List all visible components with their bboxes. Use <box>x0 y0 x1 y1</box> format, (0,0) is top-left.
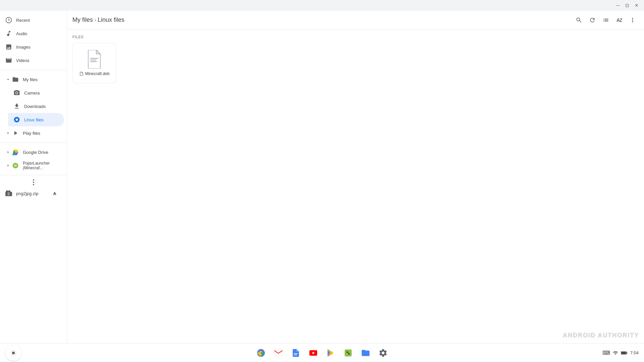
more-section <box>0 178 67 187</box>
downloads-label: Downloads <box>24 104 46 109</box>
taskbar-youtube[interactable] <box>305 345 321 361</box>
linux-icon <box>13 116 20 123</box>
close-button[interactable]: ✕ <box>632 1 641 10</box>
list-view-icon <box>602 17 609 23</box>
svg-rect-23 <box>346 353 348 355</box>
more-options-button[interactable] <box>627 14 639 26</box>
recent-icon <box>5 17 12 23</box>
chevron-right-icon-2 <box>5 149 11 155</box>
my-files-icon <box>12 76 19 83</box>
taskbar-play[interactable] <box>323 345 339 361</box>
audio-icon <box>5 30 12 37</box>
youtube-app-icon <box>309 348 318 358</box>
refresh-icon <box>589 17 596 23</box>
sidebar-item-zip[interactable]: png2jpg.zip <box>0 187 64 200</box>
files-section-label: Files <box>72 35 639 39</box>
wifi-icon <box>613 350 618 356</box>
network-icon <box>613 350 618 356</box>
title-bar: ─ ⊡ ✕ <box>0 0 644 11</box>
sidebar-item-videos[interactable]: Videos <box>0 54 64 67</box>
my-files-label: My files <box>23 77 38 82</box>
taskbar-files[interactable] <box>358 345 374 361</box>
sidebar-group-my-files[interactable]: My files <box>0 73 64 86</box>
camera-label: Camera <box>24 90 40 96</box>
videos-label: Videos <box>16 58 30 63</box>
keyboard-icon: ⌨ <box>602 350 610 356</box>
sort-button[interactable]: AZ <box>613 14 625 26</box>
svg-rect-16 <box>294 353 298 354</box>
toolbar: My files › Linux files <box>67 11 644 29</box>
camera-icon <box>13 89 20 96</box>
file-card-minecraft-deb[interactable]: Minecraft.deb <box>72 43 116 83</box>
svg-rect-6 <box>90 58 98 59</box>
chevron-down-icon <box>5 77 11 82</box>
battery-icon <box>621 350 628 356</box>
breadcrumb: My files › Linux files <box>72 16 573 23</box>
sidebar-item-recent[interactable]: Recent <box>0 13 64 27</box>
main-content: My files › Linux files <box>67 11 644 343</box>
sidebar-item-audio[interactable]: Audio <box>0 27 64 40</box>
deb-file-icon <box>86 50 102 69</box>
svg-text:M: M <box>14 164 17 167</box>
list-view-button[interactable] <box>600 14 612 26</box>
minimize-button[interactable]: ─ <box>613 1 623 10</box>
sidebar: Recent Audio Images <box>0 11 67 343</box>
zip-label: png2jpg.zip <box>16 191 51 196</box>
sidebar-item-downloads[interactable]: Downloads <box>8 100 64 113</box>
taskbar-center <box>253 345 391 361</box>
taskbar-chrome[interactable] <box>253 345 269 361</box>
sidebar-item-linux-files[interactable]: Linux files <box>8 113 64 126</box>
play-app-icon <box>326 348 335 358</box>
sidebar-group-google-drive[interactable]: Google Drive <box>0 145 64 159</box>
svg-rect-8 <box>90 61 97 62</box>
sidebar-group-pojav[interactable]: M PojavLauncher (Minecraf... <box>0 159 64 172</box>
pojav-label: PojavLauncher (Minecraf... <box>23 161 59 170</box>
docs-app-icon <box>291 348 301 358</box>
play-files-icon <box>12 130 19 136</box>
taskbar-minecraft[interactable] <box>340 345 356 361</box>
linux-files-label: Linux files <box>24 117 44 122</box>
toolbar-actions: AZ <box>573 14 639 26</box>
svg-rect-7 <box>90 60 96 60</box>
play-files-label: Play files <box>23 131 40 136</box>
sidebar-divider-1 <box>0 70 67 70</box>
sidebar-group-play-files[interactable]: Play files <box>0 126 64 140</box>
google-drive-label: Google Drive <box>23 150 48 155</box>
file-grid: Minecraft.deb <box>72 43 639 83</box>
images-label: Images <box>16 45 31 50</box>
eject-icon[interactable] <box>51 189 59 197</box>
svg-rect-26 <box>621 352 626 354</box>
svg-rect-21 <box>346 351 348 353</box>
svg-rect-17 <box>294 354 297 355</box>
taskbar-docs[interactable] <box>288 345 304 361</box>
launcher-button[interactable] <box>5 345 21 361</box>
sidebar-item-camera[interactable]: Camera <box>8 86 64 100</box>
taskbar-left <box>5 345 21 361</box>
search-icon <box>576 17 582 23</box>
recent-label: Recent <box>16 18 30 23</box>
file-area: Files <box>67 29 644 343</box>
taskbar-right: ⌨ 7:04 <box>602 350 639 356</box>
chevron-right-icon <box>5 130 11 136</box>
google-drive-icon <box>12 149 19 156</box>
breadcrumb-current: Linux files <box>98 16 124 23</box>
search-button[interactable] <box>573 14 585 26</box>
svg-point-1 <box>16 92 17 94</box>
refresh-button[interactable] <box>586 14 598 26</box>
breadcrumb-root[interactable]: My files <box>72 16 93 23</box>
launcher-icon <box>9 349 17 357</box>
gmail-app-icon <box>274 348 283 358</box>
sidebar-item-images[interactable]: Images <box>0 40 64 54</box>
videos-icon <box>5 57 12 64</box>
svg-rect-24 <box>348 353 350 355</box>
chrome-app-icon <box>256 348 266 358</box>
taskbar-gmail[interactable] <box>270 345 286 361</box>
breadcrumb-separator: › <box>94 16 96 23</box>
svg-rect-22 <box>348 351 350 353</box>
more-dots-icon[interactable] <box>33 179 34 185</box>
maximize-button[interactable]: ⊡ <box>623 1 632 10</box>
more-vertical-icon <box>629 17 636 23</box>
taskbar-settings[interactable] <box>375 345 391 361</box>
pojav-icon: M <box>12 162 19 169</box>
time-display: 7:04 <box>630 350 639 355</box>
